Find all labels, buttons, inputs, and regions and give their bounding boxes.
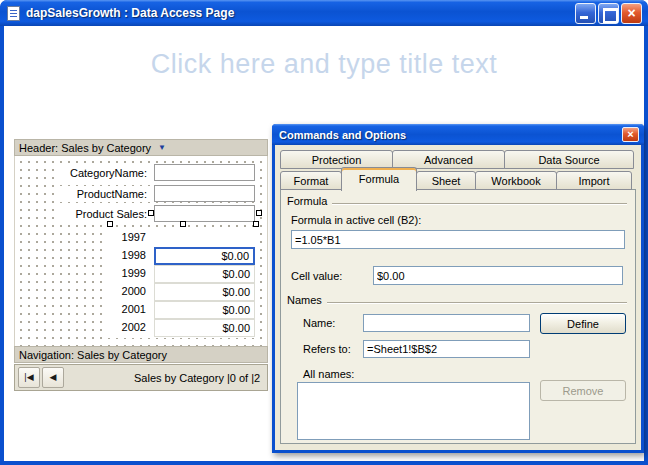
remove-button[interactable]: Remove — [540, 380, 626, 401]
dialog-titlebar[interactable]: Commands and Options × — [272, 124, 644, 145]
formula-tab-panel: Formula Formula in active cell (B2): Cel… — [280, 189, 636, 444]
value-cell-selected[interactable]: $0.00 — [154, 247, 255, 265]
year-cell[interactable]: 1998 — [107, 247, 152, 265]
navigation-section-label: Navigation: Sales by Category — [19, 349, 167, 361]
selection-handle[interactable] — [180, 221, 186, 227]
names-group-header: Names — [287, 294, 627, 306]
application-window: dapSalesGrowth : Data Access Page × Clic… — [0, 0, 648, 465]
tab-workbook[interactable]: Workbook — [475, 171, 557, 190]
dialog-title: Commands and Options — [279, 129, 622, 141]
selection-handle[interactable] — [148, 210, 154, 216]
cell-value-input[interactable] — [373, 266, 623, 285]
previous-record-icon[interactable]: ◀ — [42, 367, 64, 388]
dialog-close-icon[interactable]: × — [622, 127, 639, 142]
year-cell[interactable]: 1997 — [107, 229, 152, 247]
value-cell[interactable]: $0.00 — [154, 319, 255, 337]
value-cell[interactable]: $0.00 — [154, 283, 255, 301]
tab-format[interactable]: Format — [280, 171, 342, 190]
selection-handle[interactable] — [253, 221, 259, 227]
name-input[interactable] — [363, 314, 530, 332]
formula-group-label: Formula — [287, 195, 327, 207]
formula-group-header: Formula — [287, 195, 627, 207]
year-cell[interactable]: 2000 — [107, 283, 152, 301]
categoryname-field[interactable] — [154, 164, 255, 181]
close-button[interactable]: × — [621, 3, 642, 24]
commands-and-options-dialog: Commands and Options × Protection Advanc… — [272, 124, 644, 453]
minimize-button[interactable] — [575, 3, 596, 24]
page-title-placeholder[interactable]: Click here and type title text — [0, 49, 648, 80]
header-section-bar[interactable]: Header: Sales by Category ▼ — [14, 139, 268, 156]
field-label-productname: ProductName: — [57, 186, 150, 202]
productsales-field[interactable] — [154, 205, 255, 222]
all-names-label: All names: — [303, 368, 354, 380]
header-section-label: Header: Sales by Category — [19, 142, 151, 154]
productname-field[interactable] — [154, 185, 255, 202]
year-cell[interactable]: 2002 — [107, 319, 152, 337]
record-navigation-toolbar: |◀ ◀ Sales by Category |0 of |2 — [14, 364, 268, 391]
cell-value-label: Cell value: — [291, 270, 342, 282]
formula-input[interactable] — [291, 230, 625, 249]
dialog-body: Protection Advanced Data Source Format F… — [275, 145, 641, 450]
year-cell[interactable]: 2001 — [107, 301, 152, 319]
names-group-label: Names — [287, 294, 322, 306]
first-record-icon[interactable]: |◀ — [18, 367, 40, 388]
value-cell[interactable] — [154, 229, 255, 247]
maximize-button[interactable] — [598, 3, 619, 24]
tab-data-source[interactable]: Data Source — [504, 150, 634, 169]
tab-formula[interactable]: Formula — [341, 167, 417, 191]
year-cell[interactable]: 1999 — [107, 265, 152, 283]
active-cell-formula-label: Formula in active cell (B2): — [291, 214, 421, 226]
group-divider — [327, 302, 627, 304]
chevron-down-icon[interactable]: ▼ — [158, 143, 166, 152]
window-titlebar[interactable]: dapSalesGrowth : Data Access Page × — [0, 0, 648, 26]
selection-handle[interactable] — [256, 210, 262, 216]
field-label-productsales: Product Sales: — [54, 206, 150, 222]
tab-sheet[interactable]: Sheet — [416, 171, 476, 190]
window-title: dapSalesGrowth : Data Access Page — [26, 6, 575, 20]
data-access-page-icon — [7, 6, 20, 21]
tab-import[interactable]: Import — [556, 171, 632, 190]
define-button[interactable]: Define — [540, 313, 626, 334]
refers-to-label: Refers to: — [303, 343, 351, 355]
field-label-categoryname: CategoryName: — [57, 165, 150, 181]
tab-row-front: Format Formula Sheet Workbook Import — [280, 169, 636, 190]
tab-row-back: Protection Advanced Data Source — [280, 150, 636, 169]
record-position-text: Sales by Category |0 of |2 — [134, 372, 260, 384]
group-divider — [332, 203, 627, 205]
selection-handle[interactable] — [107, 221, 113, 227]
window-controls: × — [575, 3, 642, 24]
navigation-section-bar[interactable]: Navigation: Sales by Category — [14, 346, 268, 363]
all-names-listbox[interactable] — [297, 382, 530, 440]
name-label: Name: — [303, 317, 335, 329]
refers-to-input[interactable] — [363, 340, 530, 358]
value-cell[interactable]: $0.00 — [154, 301, 255, 319]
value-cell[interactable]: $0.00 — [154, 265, 255, 283]
